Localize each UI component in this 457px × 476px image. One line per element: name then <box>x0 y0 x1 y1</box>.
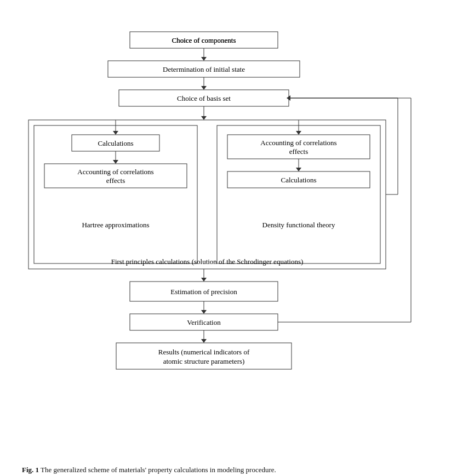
label-determination: Determination of initial state <box>163 65 245 73</box>
label-basis-set: Choice of basis set <box>177 94 231 102</box>
caption-text: The generalized scheme of materials' pro… <box>39 466 276 474</box>
svg-marker-6 <box>201 86 207 90</box>
caption-label: Fig. 1 <box>22 466 39 474</box>
label-accounting-left: Accounting of correlations <box>77 168 153 176</box>
label-results-1: Results (numerical indicators of <box>158 348 250 356</box>
caption: Fig. 1 The generalized scheme of materia… <box>22 464 435 476</box>
label-density: Density functional theory <box>262 221 335 229</box>
label-accounting-right: Accounting of correlations <box>260 139 336 147</box>
label-estimation: Estimation of precision <box>170 288 237 296</box>
flowchart: Choice of components Choice of component… <box>22 27 435 460</box>
label-verification: Verification <box>187 318 221 326</box>
page-content: Choice of components Choice of component… <box>22 22 435 476</box>
label-calc-right: Calculations <box>281 176 317 184</box>
svg-marker-28 <box>201 278 207 282</box>
svg-text:Choice of components: Choice of components <box>172 36 236 44</box>
label-calc-left: Calculations <box>98 139 134 147</box>
svg-text:effects: effects <box>289 147 308 156</box>
diagram <box>22 11 435 22</box>
svg-text:effects: effects <box>106 176 125 185</box>
svg-marker-3 <box>201 57 207 61</box>
label-first-principles: First principles calculations (solution … <box>111 257 304 266</box>
svg-marker-31 <box>201 310 207 314</box>
svg-marker-9 <box>201 116 207 120</box>
label-hartree: Hartree approximations <box>82 221 149 229</box>
svg-marker-34 <box>201 339 207 343</box>
label-results-2: atomic structure parameters) <box>163 357 245 365</box>
